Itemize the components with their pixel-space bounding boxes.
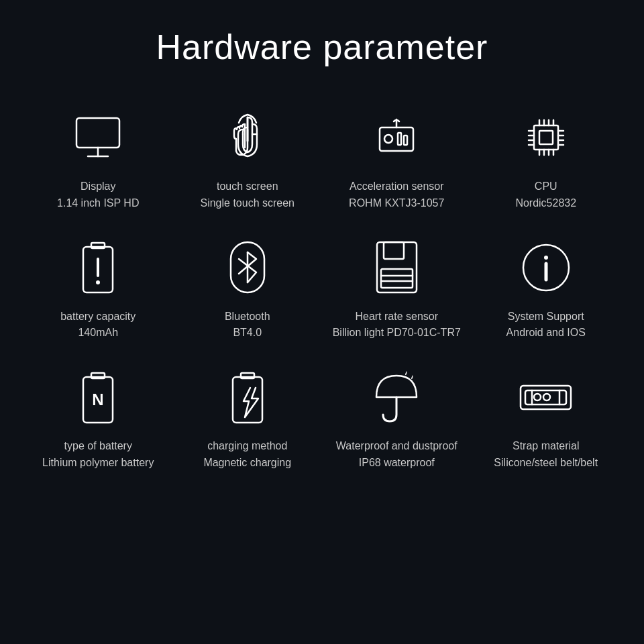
svg-rect-0	[76, 118, 119, 148]
battery-type-label-bottom: Lithium polymer battery	[42, 456, 154, 470]
battery-n-icon: N	[68, 367, 128, 427]
battery-charge-icon	[217, 367, 278, 427]
system-label-bottom: Android and IOS	[506, 326, 586, 340]
heart-rate-label-bottom: Billion light PD70-01C-TR7	[333, 326, 461, 340]
svg-rect-5	[398, 133, 401, 145]
sensor-label-bottom: ROHM KXTJ3-1057	[349, 197, 444, 211]
item-display: Display 1.14 inch ISP HD	[27, 101, 170, 217]
display-label-top: Display	[80, 180, 115, 194]
floppy-icon	[366, 237, 427, 298]
info-icon	[516, 237, 576, 298]
strap-icon	[516, 367, 576, 427]
svg-rect-44	[521, 386, 571, 409]
item-acceleration: Acceleration sensor ROHM KXTJ3-1057	[325, 101, 468, 217]
strap-label-top: Strap material	[513, 439, 580, 453]
cpu-icon	[516, 107, 576, 168]
bluetooth-label-top: Bluetooth	[225, 310, 270, 324]
svg-point-47	[543, 394, 550, 400]
item-bluetooth: Bluetooth BT4.0	[176, 231, 319, 347]
svg-rect-43	[241, 373, 254, 378]
system-label-top: System Support	[508, 310, 584, 324]
svg-rect-32	[384, 242, 404, 259]
svg-point-4	[384, 135, 392, 143]
item-strap: Strap material Silicone/steel belt/belt	[475, 360, 618, 477]
svg-rect-6	[404, 136, 407, 145]
svg-point-37	[544, 256, 548, 260]
sensor-icon	[366, 107, 427, 168]
touch-icon	[217, 107, 278, 168]
svg-point-46	[534, 394, 541, 400]
svg-text:N: N	[93, 390, 104, 409]
battery-type-label-top: type of battery	[64, 439, 132, 453]
display-icon	[68, 107, 128, 168]
touch-label-top: touch screen	[217, 180, 278, 194]
sensor-label-top: Acceleration sensor	[350, 180, 444, 194]
battery-cap-label-bottom: 140mAh	[78, 326, 118, 340]
item-touch-screen: touch screen Single touch screen	[176, 101, 319, 217]
item-waterproof: Waterproof and dustproof IP68 waterproof	[325, 360, 468, 477]
charging-label-bottom: Magnetic charging	[203, 456, 291, 470]
svg-rect-8	[539, 131, 553, 144]
svg-rect-33	[381, 269, 413, 288]
bluetooth-label-bottom: BT4.0	[233, 326, 262, 340]
bluetooth-icon	[217, 237, 278, 298]
item-battery-capacity: battery capacity 140mAh	[27, 231, 170, 347]
svg-rect-7	[534, 125, 558, 150]
cpu-label-bottom: Nordic52832	[515, 197, 576, 211]
item-charging: charging method Magnetic charging	[176, 360, 319, 477]
svg-rect-40	[91, 373, 105, 378]
waterproof-label-bottom: IP68 waterproof	[359, 456, 435, 470]
waterproof-label-top: Waterproof and dustproof	[336, 439, 458, 453]
charging-label-top: charging method	[207, 439, 287, 453]
display-label-bottom: 1.14 inch ISP HD	[57, 197, 139, 211]
svg-point-28	[96, 280, 100, 284]
main-container: Hardware parameter Display 1.14 inch ISP…	[0, 0, 644, 644]
battery-cap-label-top: battery capacity	[60, 310, 136, 324]
item-system-support: System Support Android and IOS	[475, 231, 618, 347]
cpu-label-top: CPU	[535, 180, 557, 194]
umbrella-icon	[366, 367, 427, 427]
touch-label-bottom: Single touch screen	[200, 197, 294, 211]
battery-low-icon	[68, 237, 128, 298]
svg-rect-26	[91, 243, 105, 248]
strap-label-bottom: Silicone/steel belt/belt	[494, 456, 598, 470]
heart-rate-label-top: Heart rate sensor	[355, 310, 438, 324]
item-cpu: CPU Nordic52832	[475, 101, 618, 217]
features-grid: Display 1.14 inch ISP HD	[13, 101, 631, 477]
page-title: Hardware parameter	[156, 27, 488, 67]
item-heart-rate: Heart rate sensor Billion light PD70-01C…	[325, 231, 468, 347]
item-battery-type: N type of battery Lithium polymer batter…	[27, 360, 170, 477]
